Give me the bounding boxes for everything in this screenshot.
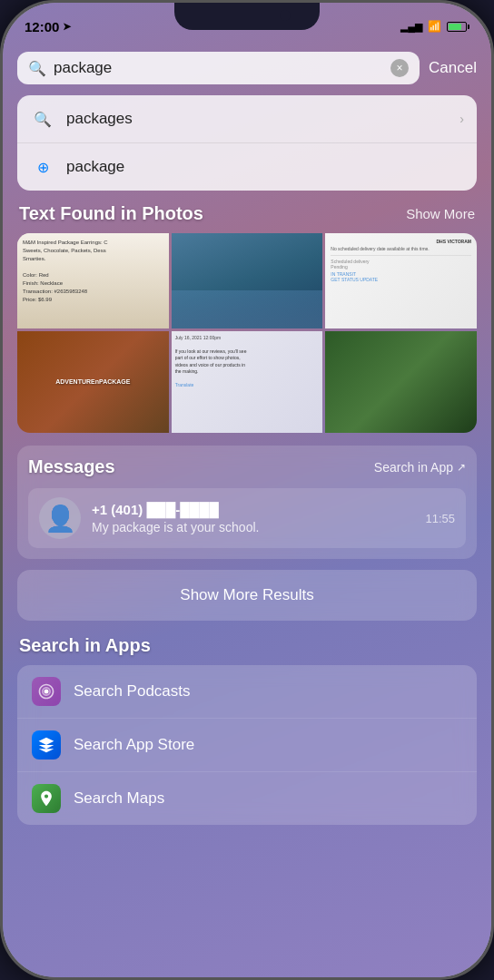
svg-point-0 [44, 690, 49, 694]
photo-cell-6 [325, 331, 477, 434]
search-bar: 🔍 package × Cancel [17, 52, 477, 84]
search-icon: 🔍 [28, 60, 46, 77]
search-appstore-label: Search App Store [74, 736, 194, 754]
suggestion-text-package: package [66, 158, 464, 176]
photo-text-overlay-1: M&M Inspired Package Earrings: CSweets, … [23, 239, 163, 304]
battery-icon [447, 22, 469, 32]
message-preview: My package is at your school. [92, 520, 414, 534]
phone-screen: 12:00 ➤ ▂▄▆ 📶 🔍 package [3, 3, 491, 977]
status-icons: ▂▄▆ 📶 [400, 20, 469, 33]
delivery-status: Scheduled deliveryPending IN TRANSITGET … [331, 255, 471, 282]
search-maps-label: Search Maps [74, 789, 164, 808]
wifi-icon: 📶 [428, 20, 441, 33]
photo-cell-3: DHS VICTORAM No scheduled delivery date … [325, 233, 477, 328]
delivery-header: DHS VICTORAM [331, 239, 471, 244]
search-in-apps-title: Search in Apps [17, 635, 477, 656]
avatar: 👤 [39, 497, 81, 539]
volume-down-button [0, 243, 2, 289]
suggestion-item-package[interactable]: ⊕ package [17, 143, 477, 191]
messages-title: Messages [28, 456, 115, 477]
show-more-results-button[interactable]: Show More Results [17, 570, 477, 621]
suggestion-arrow-icon: › [459, 112, 464, 126]
search-podcasts-button[interactable]: Search Podcasts [17, 665, 477, 719]
photo-cell-1: M&M Inspired Package Earrings: CSweets, … [17, 233, 169, 328]
search-query-text: package [54, 59, 383, 77]
signal-icon: ▂▄▆ [400, 21, 422, 33]
external-link-icon: ↗ [457, 461, 466, 474]
photos-grid[interactable]: M&M Inspired Package Earrings: CSweets, … [17, 233, 477, 433]
podcasts-icon [32, 677, 61, 706]
photos-show-more-button[interactable]: Show More [406, 206, 475, 221]
photos-section-header: Text Found in Photos Show More [17, 203, 477, 224]
cancel-button[interactable]: Cancel [429, 59, 477, 77]
appstore-icon [32, 730, 61, 760]
show-more-label: Show More Results [180, 586, 313, 603]
time-display: 12:00 [25, 19, 59, 34]
search-podcasts-label: Search Podcasts [74, 682, 191, 701]
volume-up-button [0, 184, 2, 230]
photos-section-title: Text Found in Photos [19, 203, 203, 224]
suggestion-item-packages[interactable]: 🔍 packages › [17, 95, 477, 143]
message-time: 11:55 [425, 512, 455, 525]
safari-suggestion-icon: ⊕ [30, 154, 55, 180]
search-in-apps-section: Search in Apps Search Podcasts [17, 635, 477, 825]
photo-cell-4 [17, 331, 169, 434]
phone-frame: 12:00 ➤ ▂▄▆ 📶 🔍 package [0, 0, 494, 980]
messages-section: Messages Search in App ↗ 👤 +1 (401) ███-… [17, 446, 477, 559]
suggestion-text-packages: packages [66, 110, 449, 128]
photo-cell-2 [172, 233, 323, 328]
search-appstore-button[interactable]: Search App Store [17, 719, 477, 772]
maps-icon [32, 784, 61, 813]
contact-icon: 👤 [44, 504, 76, 534]
message-content: +1 (401) ███-████ My package is at your … [92, 502, 414, 534]
messages-header: Messages Search in App ↗ [28, 456, 466, 477]
location-icon: ➤ [63, 21, 71, 33]
suggestions-list: 🔍 packages › ⊕ package [17, 95, 477, 191]
delivery-text: No scheduled delivery date available at … [331, 246, 471, 251]
status-time: 12:00 ➤ [25, 19, 71, 34]
messages-search-in-app-button[interactable]: Search in App ↗ [374, 460, 466, 475]
notch [174, 3, 320, 30]
app-search-list: Search Podcasts Search App Store [17, 665, 477, 825]
search-maps-button[interactable]: Search Maps [17, 772, 477, 825]
search-input-container[interactable]: 🔍 package × [17, 52, 420, 84]
message-sender: +1 (401) ███-████ [92, 502, 414, 517]
message-row[interactable]: 👤 +1 (401) ███-████ My package is at you… [28, 488, 466, 548]
clear-search-button[interactable]: × [390, 59, 409, 77]
photo-text-overlay-5: July 16, 2021 12:00pm If you look at our… [175, 335, 320, 389]
main-content: 🔍 package × Cancel 🔍 packages › ⊕ pack [3, 43, 491, 977]
search-suggestion-icon: 🔍 [30, 106, 55, 132]
photo-cell-5: July 16, 2021 12:00pm If you look at our… [172, 331, 323, 434]
